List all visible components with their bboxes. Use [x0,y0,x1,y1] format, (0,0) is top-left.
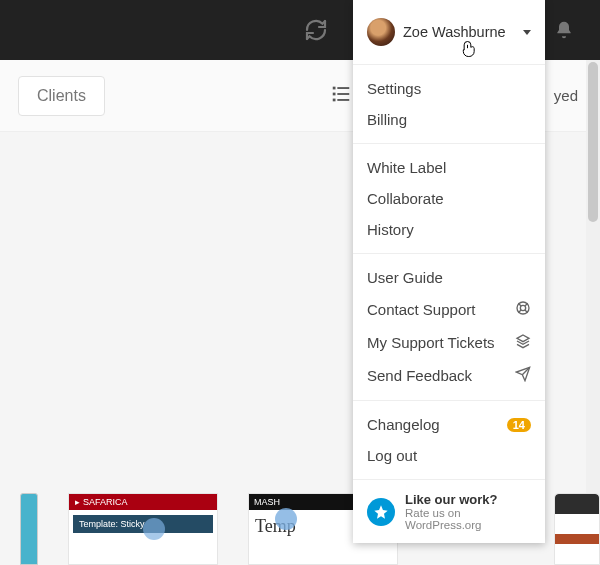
menu-label: Collaborate [367,190,444,207]
menu-changelog[interactable]: Changelog 14 [353,409,545,440]
menu-label: Settings [367,80,421,97]
menu-label: History [367,221,414,238]
rate-us-row[interactable]: Like our work? Rate us on WordPress.org [353,479,545,543]
menu-contact-support[interactable]: Contact Support [353,293,545,326]
refresh-icon[interactable] [288,0,344,60]
svg-rect-5 [337,99,349,101]
menu-label: Billing [367,111,407,128]
svg-rect-2 [333,92,336,95]
svg-rect-1 [337,87,349,89]
menu-billing[interactable]: Billing [353,104,545,135]
card-thumb[interactable]: ▸SAFARICA Template: Sticky [68,493,218,565]
menu-logout[interactable]: Log out [353,440,545,471]
chevron-right-icon: ▸ [75,497,80,507]
user-dropdown: Zoe Washburne Settings Billing White Lab… [353,0,545,543]
card-header: SAFARICA [83,497,128,507]
highlight-dot [275,508,297,530]
svg-rect-4 [333,98,336,101]
truncated-text: yed [554,87,578,104]
chevron-down-icon [523,30,531,35]
star-icon [367,498,395,526]
menu-white-label[interactable]: White Label [353,152,545,183]
menu-label: Send Feedback [367,367,472,384]
card-thumb[interactable] [554,493,600,565]
like-title: Like our work? [405,492,531,507]
menu-settings[interactable]: Settings [353,73,545,104]
menu-collaborate[interactable]: Collaborate [353,183,545,214]
menu-label: User Guide [367,269,443,286]
like-subtitle: Rate us on WordPress.org [405,507,531,531]
lifebuoy-icon [515,300,531,319]
highlight-dot [143,518,165,540]
menu-label: My Support Tickets [367,334,495,351]
menu-label: Contact Support [367,301,475,318]
menu-send-feedback[interactable]: Send Feedback [353,359,545,392]
avatar [367,18,395,46]
svg-point-7 [520,305,525,310]
list-view-icon[interactable] [330,83,352,109]
menu-user-guide[interactable]: User Guide [353,262,545,293]
svg-rect-3 [337,93,349,95]
svg-rect-0 [333,86,336,89]
menu-history[interactable]: History [353,214,545,245]
tab-clients[interactable]: Clients [18,76,105,116]
card-thumb[interactable] [20,493,38,565]
menu-label: Log out [367,447,417,464]
paper-plane-icon [515,366,531,385]
user-name: Zoe Washburne [403,24,515,40]
menu-label: Changelog [367,416,440,433]
layers-icon [515,333,531,352]
menu-my-tickets[interactable]: My Support Tickets [353,326,545,359]
changelog-badge: 14 [507,418,531,432]
menu-label: White Label [367,159,446,176]
user-dropdown-header[interactable]: Zoe Washburne [353,0,545,64]
scrollbar-thumb[interactable] [588,62,598,222]
